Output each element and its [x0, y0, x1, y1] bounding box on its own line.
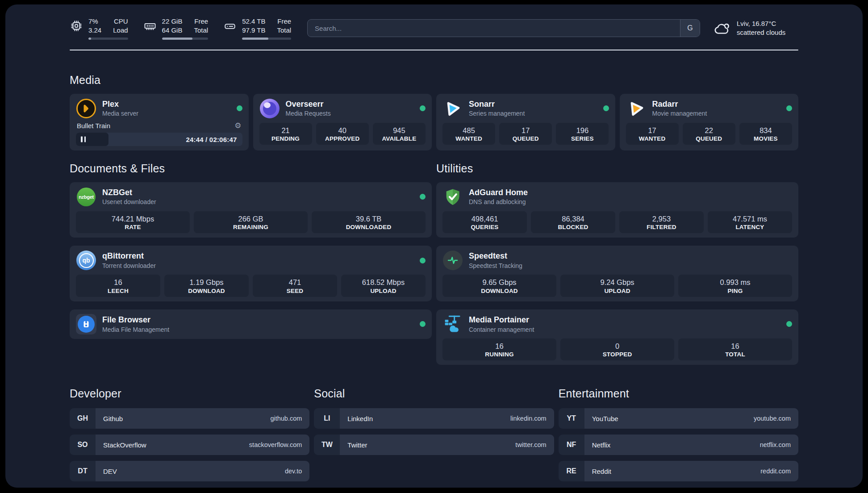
utilities-heading: Utilities [436, 162, 798, 175]
search-engine-button[interactable]: G [680, 20, 700, 37]
link-stackoverflow[interactable]: SO StackOverflowstackoverflow.com [70, 435, 309, 455]
link-abbr-badge: YT [559, 408, 584, 429]
link-abbr-badge: LI [314, 408, 340, 429]
weather-widget[interactable]: Lviv, 16.87°C scattered clouds [714, 19, 798, 38]
portainer-card[interactable]: Media Portainer Container management 16R… [436, 309, 798, 365]
stat-tile: 21PENDING [259, 123, 312, 145]
system-stats: 7% 3.24 CPU Load [70, 17, 291, 40]
cpu-values: 7% 3.24 [88, 17, 101, 35]
adguard-card[interactable]: AdGuard Home DNS and adblocking 498,461Q… [436, 182, 798, 238]
stat-tile: 16RUNNING [442, 338, 556, 361]
stat-tile: 9.24 GbpsUPLOAD [560, 275, 674, 297]
stat-tile: 1.19 GbpsDOWNLOAD [164, 275, 249, 297]
cloud-icon [714, 21, 731, 36]
cpu-icon [70, 19, 83, 33]
sonarr-card[interactable]: Sonarr Series management 485WANTED 17QUE… [436, 94, 615, 150]
plex-card[interactable]: Plex Media server Bullet Train ⚙ 24:44 /… [70, 94, 249, 150]
developer-heading: Developer [70, 387, 309, 400]
speedtest-pulse-icon [442, 250, 463, 271]
memory-values: 22 GiB 64 GiB [162, 17, 183, 35]
stat-tile: 47.571 msLATENCY [708, 211, 792, 234]
utilities-section: Utilities AdGuard Home [436, 162, 798, 365]
disk-labels: Free Total [277, 17, 291, 35]
link-abbr-badge: DT [70, 461, 96, 481]
link-abbr-badge: TW [314, 435, 340, 455]
playback-progress-bar[interactable]: 24:44 / 02:06:47 [76, 133, 242, 146]
filebrowser-icon [76, 314, 96, 334]
link-dev[interactable]: DT DEVdev.to [70, 461, 309, 481]
link-youtube[interactable]: YT YouTubeyoutube.com [559, 408, 798, 429]
stat-tile: 618.52 MbpsUPLOAD [341, 275, 426, 297]
qbittorrent-status-dot [420, 258, 426, 263]
sonarr-icon [442, 98, 463, 119]
documents-section: Documents & Files nzbget NZBGet Usenet d… [70, 162, 432, 339]
link-abbr-badge: SO [70, 435, 96, 455]
stat-tile: 17QUEUED [499, 123, 552, 145]
stat-tile: 498,461QUERIES [442, 211, 527, 234]
filebrowser-status-dot [420, 321, 426, 327]
radarr-icon [626, 98, 647, 119]
stat-tile: 744.21 MbpsRATE [76, 211, 190, 234]
filebrowser-card[interactable]: File Browser Media File Management [70, 309, 432, 339]
stat-tile: 22QUEUED [683, 123, 735, 145]
social-section: Social LI LinkedInlinkedin.com TW Twitte… [314, 387, 554, 455]
overseerr-status-dot [420, 105, 426, 111]
stat-tile: 86,384BLOCKED [531, 211, 615, 234]
playback-time: 24:44 / 02:06:47 [186, 135, 237, 143]
portainer-status-dot [786, 321, 792, 327]
link-linkedin[interactable]: LI LinkedInlinkedin.com [314, 408, 554, 429]
link-abbr-badge: RE [559, 461, 584, 481]
overseerr-icon [259, 98, 280, 119]
plex-subtitle: Media server [102, 110, 138, 117]
stat-tile: 0STOPPED [560, 338, 674, 361]
nzbget-card[interactable]: nzbget NZBGet Usenet downloader 744.21 M… [70, 182, 432, 238]
gear-icon[interactable]: ⚙ [234, 122, 241, 130]
link-reddit[interactable]: RE Redditreddit.com [559, 461, 798, 481]
stat-tile: 266 GBREMAINING [194, 211, 308, 234]
cpu-progress-bar [88, 38, 128, 40]
media-section: Media Plex Media server [70, 74, 798, 150]
stat-tile: 485WANTED [442, 123, 495, 145]
disk-values: 52.4 TB 97.9 TB [242, 17, 265, 35]
nzbget-status-dot [420, 194, 426, 200]
plex-title: Plex [102, 100, 138, 109]
stat-tile: 471SEED [253, 275, 337, 297]
dashboard: 7% 3.24 CPU Load [5, 4, 863, 488]
radarr-status-dot [786, 105, 792, 111]
stat-tile: 0.993 msPING [678, 275, 792, 297]
link-netflix[interactable]: NF Netflixnetflix.com [559, 435, 798, 455]
plex-now-playing: Bullet Train ⚙ 24:44 / 02:06:47 [76, 121, 242, 146]
stat-tile: 834MOVIES [739, 123, 792, 145]
media-heading: Media [70, 74, 798, 87]
overseerr-card[interactable]: Overseerr Media Requests 21PENDING 40APP… [253, 94, 432, 150]
disk-progress-bar [242, 38, 291, 40]
disk-stat: 52.4 TB 97.9 TB Free Total [223, 17, 291, 40]
weather-location-temp: Lviv, 16.87°C [737, 19, 785, 28]
sonarr-status-dot [603, 105, 609, 111]
link-abbr-badge: GH [70, 408, 96, 429]
stat-tile: 17WANTED [626, 123, 679, 145]
stat-tile: 2,953FILTERED [619, 211, 704, 234]
header-divider [70, 50, 798, 50]
stat-tile: 196SERIES [556, 123, 609, 145]
social-heading: Social [314, 387, 554, 400]
stat-tile: 39.6 TBDOWNLOADED [312, 211, 426, 234]
plex-icon [76, 98, 96, 119]
link-abbr-badge: NF [559, 435, 584, 455]
link-twitter[interactable]: TW Twittertwitter.com [314, 435, 554, 455]
pause-icon[interactable] [81, 136, 86, 142]
disk-icon [223, 19, 237, 33]
qbittorrent-icon: qb [76, 250, 96, 271]
qbittorrent-card[interactable]: qb qBittorrent Torrent downloader 16LEEC… [70, 246, 432, 301]
stat-tile: 40APPROVED [316, 123, 369, 145]
now-playing-title: Bullet Train [77, 122, 110, 130]
speedtest-card[interactable]: Speedtest Speedtest Tracking 9.65 GbpsDO… [436, 246, 798, 301]
nzbget-icon: nzbget [76, 187, 96, 207]
link-github[interactable]: GH Githubgithub.com [70, 408, 309, 429]
search-input[interactable] [307, 19, 700, 37]
cpu-labels: CPU Load [113, 17, 128, 35]
weather-condition: scattered clouds [737, 28, 785, 37]
stat-tile: 16LEECH [76, 275, 160, 297]
documents-heading: Documents & Files [70, 162, 432, 175]
radarr-card[interactable]: Radarr Movie management 17WANTED 22QUEUE… [620, 94, 799, 150]
